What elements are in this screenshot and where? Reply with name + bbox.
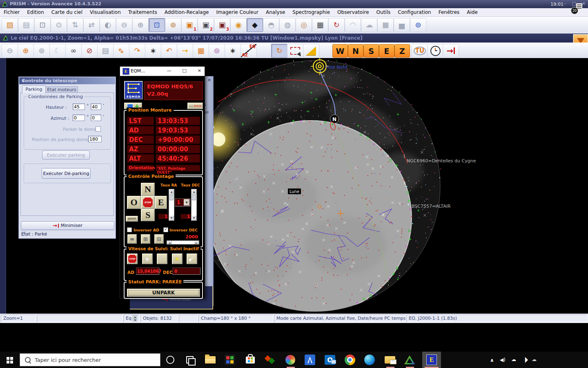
center-arrows-icon[interactable]: ∗	[225, 44, 241, 58]
sky-sphere-icon[interactable]: ◍	[279, 18, 296, 32]
file-explorer-icon[interactable]	[204, 354, 216, 366]
guide-rate-scrollbar[interactable]: ◄►	[167, 240, 199, 245]
stop-tracking-button[interactable]: STOP	[127, 254, 138, 264]
tray-chevron-icon[interactable]: ∧	[490, 357, 494, 363]
night-vision-icon[interactable]: ☾	[49, 44, 66, 58]
minimize-icon[interactable]: –	[564, 1, 566, 7]
rate-dropdown[interactable]: 1 ▼	[175, 198, 190, 206]
hauteur-min-input[interactable]	[91, 103, 101, 110]
telescope-icon[interactable]: ◆	[247, 18, 263, 32]
solar-rate-button[interactable]: ☀	[172, 254, 183, 264]
minimize-icon[interactable]: —	[167, 68, 171, 73]
lunar-rate-button[interactable]: ☾	[157, 254, 167, 264]
menu-spectrographie[interactable]: Spectrographie	[289, 8, 334, 16]
inverser-ad-checkbox[interactable]	[127, 227, 132, 232]
maximize-icon[interactable]: □	[182, 68, 186, 73]
histogram-icon[interactable]: ▅	[394, 18, 410, 32]
zoom-out-icon[interactable]: ⊖	[116, 18, 132, 32]
azimut-min-input[interactable]	[91, 114, 101, 121]
region-icon[interactable]: ☁	[361, 18, 377, 32]
design-app-icon[interactable]	[264, 354, 276, 366]
microsoft-store-icon[interactable]	[244, 354, 256, 366]
menu-fichier[interactable]: Fichier	[0, 8, 23, 16]
close-icon[interactable]: ×	[198, 68, 201, 73]
chevron-down-icon[interactable]: ▼	[184, 199, 189, 206]
sidereal-rate-button[interactable]: ★	[142, 254, 153, 264]
camera-2-icon[interactable]: ▣2	[198, 18, 214, 32]
zoom-in-icon[interactable]: ⊕	[132, 18, 149, 32]
no-display-icon[interactable]: ⊘	[81, 44, 98, 58]
cloud-status-icon[interactable]: ☁	[532, 357, 537, 362]
grid-window-button[interactable]: ⊞	[141, 234, 150, 244]
redo-orient-icon[interactable]: ↷	[129, 44, 145, 58]
tu-time-button[interactable]: TU	[412, 44, 428, 58]
rotate-print-icon[interactable]: ↻	[328, 18, 345, 32]
setup-button[interactable]: ⊶ >>>	[187, 103, 203, 109]
slew-south-button[interactable]: S	[141, 209, 155, 221]
select-region-icon[interactable]	[287, 44, 303, 58]
search-input[interactable]	[34, 357, 150, 364]
taskbar-clock[interactable]: 19:01 17/07/2020	[538, 1, 564, 14]
close-icon[interactable]: ×	[22, 78, 114, 83]
hauteur-deg-input[interactable]	[73, 103, 85, 110]
compass-w-button[interactable]: W	[332, 44, 348, 58]
save-icon[interactable]: ▤	[18, 18, 34, 32]
menu-analyse[interactable]: Analyse	[262, 8, 289, 16]
image-search-icon[interactable]: ⊡	[34, 18, 51, 32]
compass-e-button[interactable]: E	[379, 44, 394, 58]
dialog-titlebar[interactable]: Controle du télescope ×	[19, 77, 115, 84]
open-folder-icon[interactable]: ▨	[2, 18, 18, 32]
ngc6960-label[interactable]: NGC6960=Dentelles du Cygne	[407, 158, 476, 164]
onedrive-cloud-icon[interactable]: ☁	[511, 357, 516, 362]
info-icon[interactable]: ⊙	[51, 18, 67, 32]
slew-west-button[interactable]: O	[127, 196, 141, 209]
eq-az-toggle-icon[interactable]: EQAZ	[241, 44, 257, 58]
minimiser-button[interactable]: → Minimiser	[21, 221, 114, 230]
menu-imagerie-couleur[interactable]: Imagerie Couleur	[212, 8, 262, 16]
gear-icon[interactable]: ⊛	[165, 18, 181, 32]
task-view-button[interactable]	[184, 354, 196, 366]
collapse-arrows-icon[interactable]: ∗	[145, 44, 161, 58]
executer-parking-button[interactable]: Exécuter parking	[42, 150, 90, 159]
dec-rate-field[interactable]: 0	[172, 267, 200, 275]
screen-magnifier-icon[interactable]: ⊡	[149, 18, 165, 32]
solar-system-icon[interactable]: ⊚	[209, 44, 225, 58]
arc-icon[interactable]: ◠	[345, 18, 361, 32]
menu-outils[interactable]: Outils	[373, 8, 394, 16]
menu-edition[interactable]: Edition	[23, 8, 48, 16]
azimut-deg-input[interactable]	[73, 114, 85, 121]
volume-icon[interactable]: ◀)	[500, 357, 506, 363]
eqmod-taskbar-icon[interactable]: E	[425, 354, 438, 366]
menu-addition-recalage[interactable]: Addition-Recalage	[161, 8, 213, 16]
mail-app-icon[interactable]	[384, 354, 396, 366]
spiral-search-button[interactable]: ⊡	[154, 234, 164, 244]
binoculars-icon[interactable]: ∞	[65, 44, 82, 58]
photos-app-icon[interactable]	[284, 354, 296, 366]
flip-vertical-icon[interactable]: ⇅	[67, 18, 83, 32]
contrast-icon[interactable]: ◐	[100, 18, 116, 32]
menu-traitements[interactable]: Traitements	[125, 8, 161, 16]
camera-1-icon[interactable]: ▣1	[181, 18, 198, 32]
print-chart-icon[interactable]: ▤	[97, 44, 114, 58]
filter-wheel-icon[interactable]: ◉	[230, 18, 247, 32]
spinner-arrows-icon[interactable]: ▲▼	[133, 315, 137, 321]
altair-label[interactable]: BSC7557=ALTAIR	[412, 204, 451, 209]
moon-label[interactable]: Lune	[288, 188, 301, 194]
dec-rate-scrollbar[interactable]: ▲▼	[191, 189, 197, 221]
menu-carte-du-ciel[interactable]: Carte du ciel	[48, 8, 86, 16]
slew-north-button[interactable]: N	[141, 183, 155, 196]
calibration-icon[interactable]: ▦	[312, 18, 328, 32]
compass-z-button[interactable]: Z	[394, 44, 410, 58]
inverser-dec-checkbox[interactable]	[163, 227, 168, 232]
frame-icon[interactable]: ■	[377, 18, 394, 32]
menu-observatoire[interactable]: Observatoire	[334, 8, 373, 16]
undo-orient-icon[interactable]: ↶	[161, 44, 177, 58]
menu-configuration[interactable]: Configuration	[394, 8, 434, 16]
compass-s-button[interactable]: S	[363, 44, 379, 58]
ra-rate-scrollbar[interactable]: ▲▼	[169, 189, 174, 221]
parker-dome-checkbox[interactable]	[96, 126, 101, 132]
resize-grip[interactable]	[21, 231, 26, 236]
prism-taskbar-icon[interactable]	[403, 354, 416, 366]
custom-rate-button[interactable]	[187, 254, 197, 264]
zoom-out-sky-icon[interactable]: ⊖	[2, 44, 18, 58]
